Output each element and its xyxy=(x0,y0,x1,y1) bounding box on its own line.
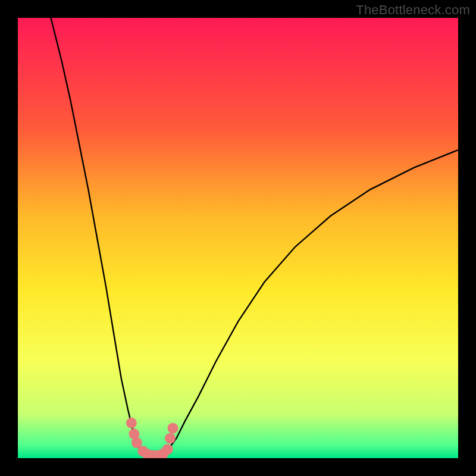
plot-area xyxy=(18,18,458,458)
marker-dot xyxy=(168,423,178,434)
marker-dot xyxy=(165,433,176,444)
marker-dot xyxy=(126,418,137,428)
marker-dot xyxy=(162,444,173,455)
bottleneck-curve xyxy=(51,18,459,456)
attribution-text: TheBottleneck.com xyxy=(356,2,470,18)
curve-layer xyxy=(18,18,458,458)
chart-frame: TheBottleneck.com xyxy=(0,0,476,476)
marker-dots xyxy=(126,418,178,458)
